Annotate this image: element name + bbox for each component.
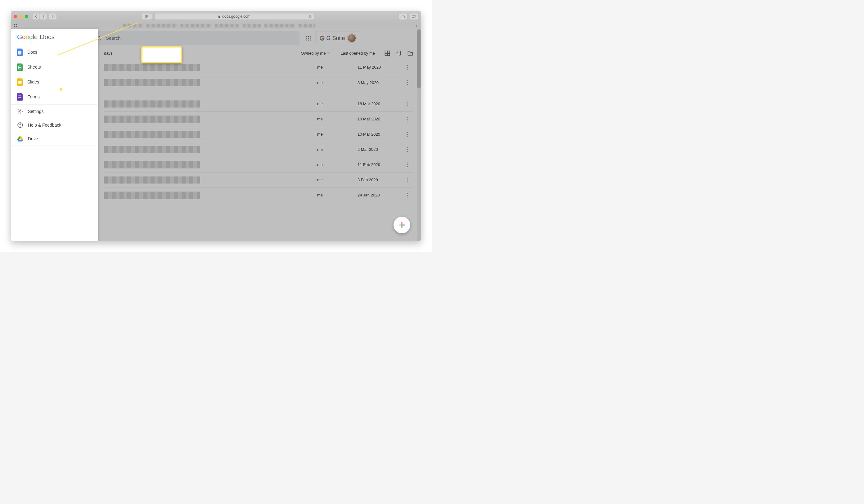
search-box[interactable] xyxy=(92,31,299,45)
slides-icon xyxy=(17,79,23,86)
reader-button[interactable] xyxy=(142,13,152,20)
svg-rect-8 xyxy=(412,15,415,18)
favorites-grid-icon[interactable] xyxy=(14,24,17,27)
svg-point-33 xyxy=(407,69,408,70)
owner-cell: me xyxy=(317,193,358,198)
annotation-dot xyxy=(60,88,62,91)
svg-point-41 xyxy=(407,119,408,119)
document-title xyxy=(104,176,317,184)
svg-point-38 xyxy=(407,103,408,104)
more-actions-button[interactable] xyxy=(401,101,413,106)
sidebar-item-drive[interactable]: Drive xyxy=(11,132,98,146)
close-window-button[interactable] xyxy=(14,15,17,18)
svg-line-15 xyxy=(100,39,101,40)
sidebar-item-docs[interactable]: Docs xyxy=(11,45,98,60)
svg-rect-12 xyxy=(14,26,15,27)
more-actions-button[interactable] xyxy=(401,65,413,70)
more-actions-button[interactable] xyxy=(401,117,413,122)
safari-window: docs.google.com xyxy=(11,11,421,241)
gsuite-chip[interactable]: G Suite xyxy=(316,31,359,45)
sheets-icon xyxy=(17,64,23,71)
bookmark-item[interactable] xyxy=(215,24,240,27)
svg-rect-0 xyxy=(51,15,55,18)
google-logo: Google xyxy=(17,33,38,41)
sidebar-item-sheets[interactable]: Sheets xyxy=(11,60,98,75)
reload-icon[interactable] xyxy=(309,15,312,18)
sort-az-icon[interactable]: AZ xyxy=(396,50,402,57)
svg-point-23 xyxy=(308,39,309,40)
svg-point-35 xyxy=(407,82,408,83)
kebab-icon xyxy=(407,178,408,182)
more-actions-button[interactable] xyxy=(401,178,413,182)
avatar[interactable] xyxy=(348,34,356,43)
gsuite-label: G Suite xyxy=(320,35,345,41)
scrollbar[interactable] xyxy=(417,29,421,241)
more-actions-button[interactable] xyxy=(401,147,413,152)
owner-cell: me xyxy=(317,117,358,122)
sidebar-item-label: Settings xyxy=(28,109,44,114)
scrollbar-thumb[interactable] xyxy=(417,29,421,88)
document-row[interactable]: me24 Jan 2020 xyxy=(104,188,413,203)
new-document-fab[interactable] xyxy=(394,217,410,233)
sidebar-item-slides[interactable]: Slides xyxy=(11,75,98,90)
document-row[interactable]: me18 Mar 2020 xyxy=(104,97,413,112)
owner-filter-label: Owned by me xyxy=(301,51,326,56)
document-row[interactable]: me18 Mar 2020 xyxy=(104,112,413,127)
owner-cell: me xyxy=(317,147,358,152)
grid-view-icon[interactable] xyxy=(384,50,391,57)
svg-point-52 xyxy=(407,178,408,178)
bookmark-item[interactable] xyxy=(299,24,316,27)
bookmark-item[interactable] xyxy=(181,24,212,27)
document-title xyxy=(104,79,317,86)
bookmark-item[interactable] xyxy=(146,24,178,27)
svg-point-39 xyxy=(407,105,408,106)
document-row[interactable]: me3 Feb 2020 xyxy=(104,172,413,188)
address-bar-url: docs.google.com xyxy=(222,14,250,19)
apps-icon[interactable] xyxy=(306,35,311,41)
svg-point-18 xyxy=(310,36,311,37)
address-bar[interactable]: docs.google.com xyxy=(155,13,314,20)
document-row[interactable]: me2 Mar 2020 xyxy=(104,142,413,157)
lock-icon xyxy=(218,15,221,18)
svg-point-51 xyxy=(407,166,408,167)
sidebar-item-help[interactable]: Help & Feedback xyxy=(11,118,98,132)
bookmark-item[interactable] xyxy=(264,24,296,27)
document-title xyxy=(104,100,317,108)
share-button[interactable] xyxy=(399,13,407,20)
svg-rect-10 xyxy=(14,24,15,25)
tabs-button[interactable] xyxy=(410,13,418,20)
sidebar-header: Google Docs xyxy=(11,29,98,45)
more-actions-button[interactable] xyxy=(401,193,413,198)
sidebar-item-settings[interactable]: Settings xyxy=(11,105,98,118)
new-tab-button[interactable]: + xyxy=(415,23,418,28)
date-cell: 11 Feb 2020 xyxy=(358,162,401,167)
svg-point-43 xyxy=(407,132,408,133)
sidebar-item-label: Sheets xyxy=(27,65,41,70)
forward-button[interactable] xyxy=(40,13,47,20)
back-button[interactable] xyxy=(33,13,40,20)
search-input[interactable] xyxy=(106,35,295,41)
safari-sidebar-button[interactable] xyxy=(49,13,57,20)
minimize-window-button[interactable] xyxy=(19,15,23,18)
svg-point-32 xyxy=(407,67,408,68)
document-title xyxy=(104,131,317,138)
more-actions-button[interactable] xyxy=(401,132,413,137)
folder-icon[interactable] xyxy=(407,50,413,57)
gear-icon xyxy=(17,108,23,115)
date-cell: 18 Mar 2020 xyxy=(358,101,401,106)
kebab-icon xyxy=(407,101,408,106)
bookmark-item[interactable] xyxy=(243,24,261,27)
document-row[interactable]: me11 Feb 2020 xyxy=(104,157,413,172)
document-row[interactable]: me10 Mar 2020 xyxy=(104,127,413,142)
svg-point-46 xyxy=(407,147,408,148)
svg-rect-25 xyxy=(385,51,387,53)
more-actions-button[interactable] xyxy=(401,162,413,167)
more-actions-button[interactable] xyxy=(401,80,413,85)
owner-cell: me xyxy=(317,101,358,106)
owner-filter[interactable]: Owned by me xyxy=(301,51,329,56)
document-row[interactable]: me8 May 2020 xyxy=(104,75,413,90)
document-title xyxy=(104,161,317,169)
sidebar-item-forms[interactable]: Forms xyxy=(11,90,98,105)
svg-point-57 xyxy=(407,196,408,197)
fullscreen-window-button[interactable] xyxy=(25,15,28,18)
